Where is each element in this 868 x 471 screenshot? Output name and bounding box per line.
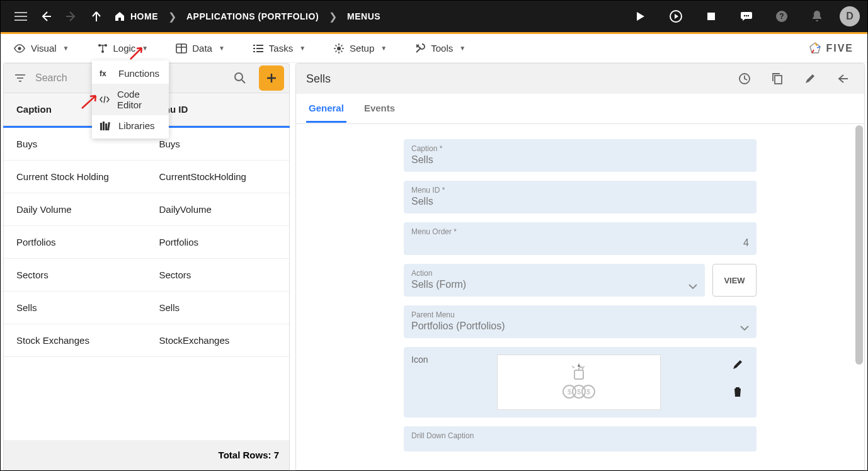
breadcrumb-menus[interactable]: MENUS	[342, 11, 385, 21]
svg-text:$: $	[568, 388, 571, 395]
svg-rect-20	[775, 76, 782, 84]
breadcrumb-home-label: HOME	[130, 11, 158, 21]
right-pane: Sells General Events	[295, 63, 865, 470]
tab-events[interactable]: Events	[362, 95, 397, 123]
svg-rect-16	[105, 123, 107, 130]
svg-text:$: $	[586, 388, 590, 395]
table-body: BuysBuys Current Stock HoldingCurrentSto…	[3, 128, 290, 440]
svg-rect-14	[100, 123, 102, 130]
field-caption[interactable]: Caption * Sells	[404, 139, 757, 172]
table-row[interactable]: SectorsSectors	[4, 259, 289, 292]
table-row[interactable]: SellsSells	[4, 292, 289, 324]
tabs: General Events	[296, 94, 864, 124]
copy-icon[interactable]	[766, 67, 789, 90]
detail-header: Sells	[296, 64, 864, 94]
scrollbar[interactable]	[855, 125, 863, 365]
avatar[interactable]: D	[840, 6, 860, 26]
svg-text:$: $	[577, 388, 581, 395]
annotation-arrow-icon	[129, 45, 144, 60]
help-icon[interactable]: ?	[769, 4, 794, 29]
svg-point-12	[337, 47, 341, 50]
logic-dropdown: fx Functions Code Editor Libraries	[92, 60, 169, 139]
edit-icon[interactable]	[731, 358, 744, 371]
breadcrumb-applications[interactable]: APPLICATIONS (PORTFOLIO)	[181, 11, 324, 21]
filter-icon[interactable]	[9, 67, 31, 89]
trash-icon[interactable]	[733, 386, 743, 397]
dropdown-item-code-editor[interactable]: Code Editor	[92, 84, 169, 115]
menu-setup[interactable]: Setup▼	[327, 39, 393, 58]
field-drill-down-caption[interactable]: Drill Down Caption	[404, 426, 757, 451]
field-parent-menu[interactable]: Parent Menu Portfolios (Portfolios)	[404, 305, 757, 338]
table-row[interactable]: Daily VolumeDailyVolume	[4, 193, 289, 226]
annotation-arrow-icon	[81, 93, 98, 110]
page-title: Sells	[306, 72, 331, 86]
chevron-down-icon	[688, 284, 697, 289]
dropdown-item-libraries[interactable]: Libraries	[92, 115, 169, 136]
field-menu-id[interactable]: Menu ID * Sells	[404, 181, 757, 213]
stop-icon[interactable]	[699, 4, 724, 29]
table-row[interactable]: PortfoliosPortfolios	[4, 226, 289, 259]
svg-point-4	[748, 15, 749, 16]
field-action[interactable]: Action Sells (Form)	[404, 264, 705, 297]
search-icon[interactable]	[229, 67, 251, 89]
field-icon: Icon $ $ $	[404, 347, 757, 417]
chevron-right-icon: ❯	[163, 11, 181, 23]
hamburger-icon[interactable]	[8, 4, 33, 29]
svg-rect-17	[107, 122, 110, 130]
tab-general[interactable]: General	[306, 95, 346, 123]
back-icon[interactable]	[33, 4, 59, 29]
menu-tasks[interactable]: Tasks▼	[246, 39, 312, 57]
top-bar: HOME ❯ APPLICATIONS (PORTFOLIO) ❯ MENUS …	[1, 1, 867, 32]
form-area: Caption * Sells Menu ID * Sells Menu Ord…	[296, 124, 864, 470]
svg-rect-1	[707, 13, 715, 20]
svg-rect-15	[103, 122, 105, 130]
brand-logo: FIVE	[808, 42, 861, 55]
svg-rect-21	[574, 370, 583, 379]
add-button[interactable]	[259, 65, 284, 91]
back-arrow-icon[interactable]	[831, 67, 854, 90]
menu-data[interactable]: Data▼	[169, 39, 231, 57]
run-circle-icon[interactable]	[663, 4, 688, 29]
chevron-right-icon: ❯	[324, 11, 342, 23]
svg-point-3	[746, 15, 747, 16]
breadcrumb-home[interactable]: HOME	[109, 11, 163, 21]
svg-text:?: ?	[779, 12, 784, 21]
bell-icon[interactable]	[804, 4, 830, 29]
table-row[interactable]: Current Stock HoldingCurrentStockHolding	[4, 161, 289, 193]
menu-logic[interactable]: Logic▼	[91, 39, 155, 58]
field-menu-order[interactable]: Menu Order * 4	[404, 222, 757, 255]
svg-point-2	[744, 15, 745, 16]
chevron-down-icon	[740, 326, 749, 331]
icon-preview: $ $ $	[497, 355, 661, 410]
chat-icon[interactable]	[734, 4, 759, 29]
dropdown-item-functions[interactable]: fx Functions	[92, 63, 169, 84]
svg-point-18	[235, 73, 243, 81]
edit-icon[interactable]	[799, 67, 821, 90]
svg-point-7	[18, 47, 21, 50]
menu-visual[interactable]: Visual▼	[7, 39, 76, 57]
play-icon[interactable]	[628, 4, 653, 29]
forward-icon	[59, 4, 84, 29]
up-arrow-icon[interactable]	[84, 4, 109, 29]
table-row[interactable]: Stock ExchangesStockExchanges	[4, 324, 289, 357]
table-footer: Total Rows: 7	[3, 440, 290, 470]
view-button[interactable]: VIEW	[712, 264, 757, 297]
history-icon[interactable]	[733, 67, 756, 90]
menu-tools[interactable]: Tools▼	[408, 39, 472, 58]
svg-text:fx: fx	[100, 69, 106, 78]
